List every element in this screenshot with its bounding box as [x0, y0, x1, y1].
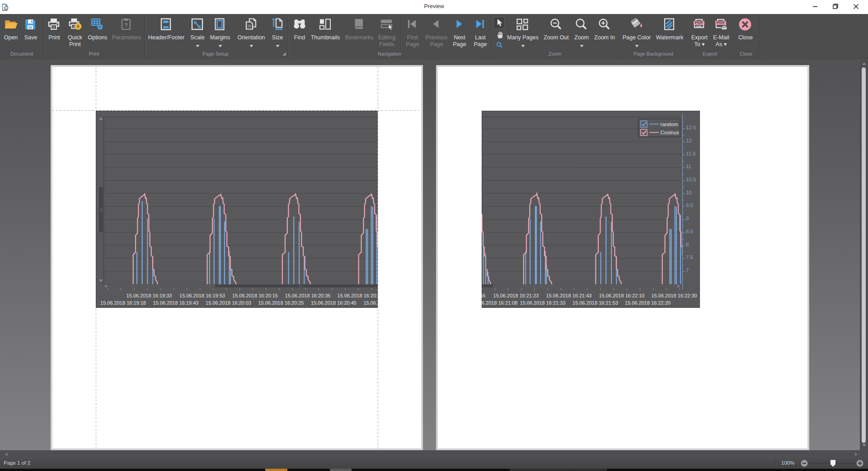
svg-text:15.06.2018 16:19:18: 15.06.2018 16:19:18: [100, 300, 146, 306]
svg-text:15.06.2018 16:20:55: 15.06.2018 16:20:55: [482, 293, 485, 298]
svg-text:8: 8: [686, 242, 689, 247]
svg-text:?: ?: [124, 22, 128, 28]
svg-text:15.06.2018 16:22:20: 15.06.2018 16:22:20: [625, 300, 671, 306]
svg-text:15.06.2018 16:21:05: 15.06.2018 16:21:05: [364, 300, 378, 306]
svg-text:15.06.2018 16:20:55: 15.06.2018 16:20:55: [338, 293, 378, 298]
svg-text:15.06.2018 16:20:15: 15.06.2018 16:20:15: [232, 293, 278, 298]
svg-text:15.06.2018 16:20:03: 15.06.2018 16:20:03: [206, 300, 251, 306]
svg-text:11.5: 11.5: [686, 151, 696, 156]
svg-text:15.06.2018 16:21:23: 15.06.2018 16:21:23: [493, 293, 539, 298]
svg-text:15.06.2018 16:22:10: 15.06.2018 16:22:10: [599, 293, 645, 298]
svg-text:15.06.2018 16:21:33: 15.06.2018 16:21:33: [520, 300, 566, 306]
svg-text:15.06.2018 16:19:53: 15.06.2018 16:19:53: [179, 293, 225, 298]
svg-text:8.5: 8.5: [686, 229, 693, 234]
svg-text:15.06.2018 16:20:45: 15.06.2018 16:20:45: [311, 300, 357, 306]
svg-text:15.06.2018 16:22:30: 15.06.2018 16:22:30: [652, 293, 697, 298]
svg-text:PDF: PDF: [695, 20, 704, 25]
svg-text:10: 10: [686, 190, 692, 195]
svg-text:10.5: 10.5: [686, 177, 696, 182]
svg-text:9.5: 9.5: [686, 203, 693, 208]
svg-text:7.5: 7.5: [686, 254, 693, 260]
svg-text:11: 11: [686, 164, 691, 169]
svg-text:15.06.2018 16:19:43: 15.06.2018 16:19:43: [153, 300, 199, 306]
svg-text:Cosinus: Cosinus: [661, 130, 680, 135]
svg-text:15.06.2018 16:21:08: 15.06.2018 16:21:08: [482, 300, 517, 306]
svg-text:9: 9: [686, 216, 689, 221]
svg-text:12: 12: [686, 138, 692, 143]
svg-text:15.06.2018 16:20:35: 15.06.2018 16:20:35: [285, 293, 331, 298]
svg-text:12.5: 12.5: [686, 125, 696, 130]
svg-text:15.06.2018 16:19:33: 15.06.2018 16:19:33: [127, 293, 172, 298]
svg-text:15.06.2018 16:20:25: 15.06.2018 16:20:25: [258, 300, 304, 306]
svg-text:PDF: PDF: [717, 20, 725, 25]
svg-text:7: 7: [686, 268, 689, 273]
svg-text:15.06.2018 16:21:43: 15.06.2018 16:21:43: [546, 293, 592, 298]
svg-text:15.06.2018 16:21:53: 15.06.2018 16:21:53: [572, 300, 618, 306]
svg-text:random: random: [661, 122, 678, 127]
